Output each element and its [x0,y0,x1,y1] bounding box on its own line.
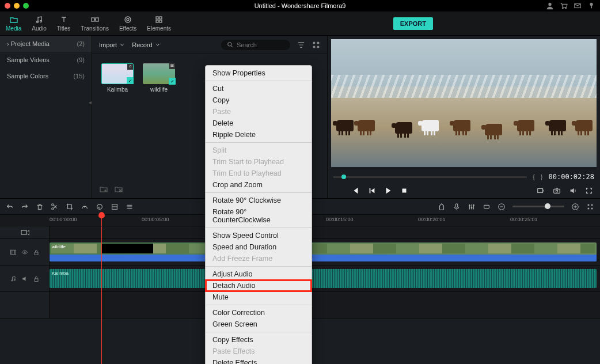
ruler-tick: 00:00:25:01 [510,217,538,222]
cart-icon[interactable] [560,2,568,10]
tab-audio[interactable]: Audio [32,15,47,32]
menu-item-delete[interactable]: Delete [206,117,312,129]
record-dropdown[interactable]: Record [132,41,160,48]
mic-icon[interactable] [453,203,461,211]
lock-icon[interactable] [33,249,40,256]
tab-elements[interactable]: Elements [147,15,171,32]
media-thumb-kalimba[interactable]: ♫✓Kalimba [101,63,134,93]
export-button[interactable]: EXPORT [393,17,433,30]
tab-transitions[interactable]: Transitions [81,15,109,32]
minimize-window-button[interactable] [14,3,20,9]
zoom-slider[interactable] [512,206,564,207]
video-track-body[interactable]: wildlife [50,239,600,265]
menu-item-show-speed-control[interactable]: Show Speed Control [206,230,312,241]
menu-item-green-screen[interactable]: Green Screen [206,318,312,330]
ruler-tick: 00:00:20:01 [418,217,446,222]
playback-controls [352,187,408,195]
greenscreen-icon[interactable] [111,203,119,211]
menu-item-speed-and-duration[interactable]: Speed and Duration [206,241,312,253]
audio-clip[interactable]: Kalimba [50,269,597,288]
redo-icon[interactable] [21,203,29,211]
record-label: Record [132,41,152,48]
mute-icon[interactable] [21,275,28,282]
menu-item-copy-effects[interactable]: Copy Effects [206,334,312,346]
track-manager-button[interactable] [0,226,50,238]
settings-icon[interactable] [126,203,134,211]
delete-icon[interactable] [36,203,44,211]
add-folder-icon[interactable] [99,184,108,194]
zoom-in-icon[interactable] [571,203,579,211]
main-tabs: MediaAudioTitlesTransitionsEffectsElemen… [6,15,171,32]
stop-button[interactable] [400,187,408,195]
step-back-button[interactable] [368,187,376,195]
grid-view-icon[interactable] [312,41,320,49]
menu-item-adjust-audio[interactable]: Adjust Audio [206,268,312,280]
sidebar-item-sample-colors[interactable]: Sample Colors(15) [0,68,92,84]
split-icon[interactable] [51,203,59,211]
play-button[interactable] [384,187,392,195]
media-thumb-wildlife[interactable]: ⊞✓wildlife [143,63,175,93]
search-input[interactable] [237,41,277,48]
snapshot-icon[interactable] [553,187,561,195]
timecode-display: 00:00:02:28 [549,173,594,181]
svg-point-0 [548,3,551,6]
menu-item-delete-effects[interactable]: Delete Effects [206,357,312,364]
audio-track-body[interactable]: Kalimba [50,266,600,291]
empty-track-body[interactable] [50,292,600,318]
menu-item-crop-and-zoom[interactable]: Crop and Zoom [206,179,312,191]
menu-item-ripple-delete[interactable]: Ripple Delete [206,129,312,141]
lock-icon[interactable] [33,275,40,282]
preview-progress-bar[interactable] [333,176,527,178]
filter-icon[interactable] [297,41,305,49]
menu-item-rotate-90-clockwise[interactable]: Rotate 90° Clockwise [206,195,312,206]
menu-item-detach-audio[interactable]: Detach Audio [206,280,312,291]
search-input-container[interactable] [221,40,290,50]
mark-out-icon[interactable]: } [541,173,543,180]
import-dropdown[interactable]: Import [99,41,125,48]
elements-icon [154,15,164,24]
preview-controls [328,183,600,198]
tab-effects[interactable]: Effects [119,15,136,32]
maximize-window-button[interactable] [23,3,29,9]
progress-thumb[interactable] [341,175,346,179]
delete-folder-icon[interactable] [114,184,123,194]
color-icon[interactable] [96,203,104,211]
playhead[interactable] [101,215,102,226]
collapse-sidebar-icon[interactable]: ◂ [89,99,92,105]
menu-item-color-correction[interactable]: Color Correction [206,307,312,318]
menu-item-copy[interactable]: Copy [206,94,312,106]
menu-item-show-properties[interactable]: Show Properties [206,67,312,79]
tab-media[interactable]: Media [6,15,21,32]
menu-item-trim-end-to-playhead: Trim End to Playhead [206,168,312,179]
menu-item-cut[interactable]: Cut [206,83,312,94]
mark-in-icon[interactable]: { [533,173,535,180]
speed-icon[interactable] [81,203,89,211]
marker-icon[interactable] [438,203,446,211]
close-window-button[interactable] [5,3,10,9]
sidebar-item-sample-videos[interactable]: Sample Videos(9) [0,52,92,68]
crop-icon[interactable] [66,203,74,211]
svg-rect-17 [313,41,316,44]
fullscreen-icon[interactable] [585,187,593,195]
video-clip[interactable]: wildlife [50,242,597,261]
keyframe-icon[interactable] [483,203,491,211]
menu-item-rotate-90-counterclockwise[interactable]: Rotate 90° CounterClockwise [206,206,312,226]
volume-icon[interactable] [569,187,577,195]
zoom-out-icon[interactable] [498,203,506,211]
menu-item-mute[interactable]: Mute [206,291,312,303]
mixer-icon[interactable] [468,203,476,211]
playhead-line[interactable] [101,226,102,364]
zoom-handle[interactable] [545,203,550,209]
preview-video[interactable] [331,39,597,167]
visibility-icon[interactable] [21,249,28,256]
prev-frame-button[interactable] [352,187,360,195]
quality-icon[interactable] [537,187,545,195]
user-icon[interactable] [546,2,554,10]
tab-titles[interactable]: Titles [57,15,71,32]
mail-icon[interactable] [574,2,582,10]
notification-icon[interactable] [587,2,595,10]
track-size-icon[interactable] [586,203,594,211]
undo-icon[interactable] [6,203,14,211]
sidebar-label: Sample Videos [7,56,50,63]
sidebar-item-project-media[interactable]: › Project Media(2) [0,36,92,52]
